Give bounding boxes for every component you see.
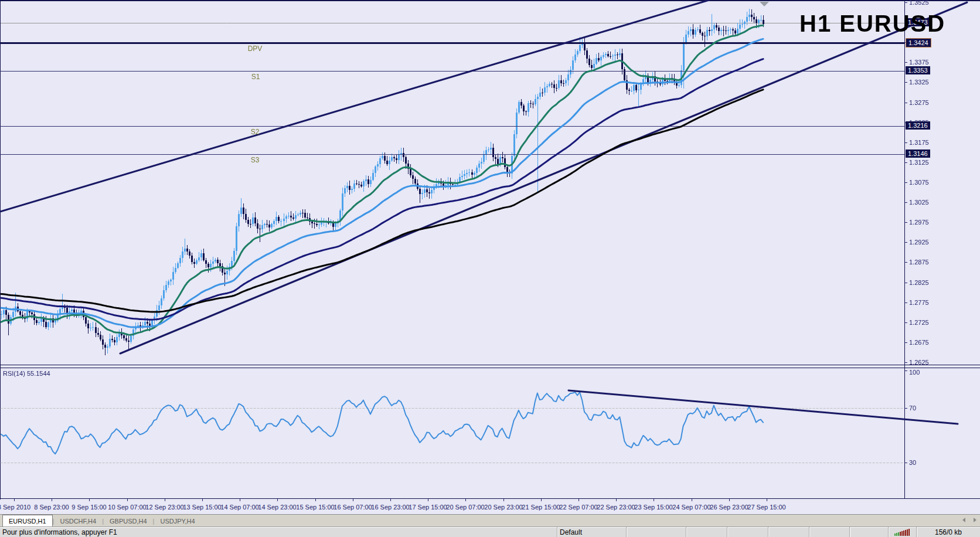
pivot-level-label: S2 [251, 128, 260, 136]
date-axis-label: 20 Sep 23:00 [484, 504, 522, 511]
price-axis-box-label: 1.3353 [906, 66, 930, 74]
price-axis-label: 1.3075 [909, 179, 929, 186]
chart-tab-bar: EURUSD,H1|USDCHF,H4|GBPUSD,H4|USDJPY,H4 [0, 514, 980, 527]
connection-bars-icon [894, 529, 910, 536]
rsi-axis-label: 30 [909, 459, 916, 466]
tab-scroll-arrows [962, 518, 976, 522]
price-axis-label: 1.3125 [909, 159, 929, 166]
pivot-level-label: S3 [251, 156, 260, 164]
date-axis-label: 16 Sep 23:00 [371, 504, 409, 511]
date-axis-label: 14 Sep 07:00 [220, 504, 258, 511]
date-axis-label: 8 Sep 2010 [0, 504, 30, 511]
date-axis-label: 20 Sep 07:00 [446, 504, 484, 511]
status-empty-section [626, 527, 686, 537]
price-axis-label: 1.2675 [909, 339, 929, 346]
date-axis-label: 27 Sep 15:00 [747, 504, 785, 511]
price-axis-label: 1.3325 [909, 79, 929, 86]
pivot-level-label: S1 [251, 73, 260, 81]
status-empty-section [809, 527, 849, 537]
tab-scroll-right-icon[interactable] [974, 518, 976, 522]
status-empty-section [686, 527, 727, 537]
price-axis-box-label: 1.3473 [906, 18, 930, 26]
tab-gbpusd-h4[interactable]: GBPUSD,H4 [104, 516, 153, 527]
date-axis-label: 12 Sep 23:00 [145, 504, 183, 511]
date-axis-label: 14 Sep 23:00 [258, 504, 296, 511]
date-axis-label: 24 Sep 07:00 [672, 504, 710, 511]
rsi-axis-label: 70 [909, 405, 916, 412]
status-empty-section [849, 527, 888, 537]
price-axis-label: 1.2975 [909, 219, 929, 226]
price-axis-box-label: 1.3216 [906, 121, 930, 130]
tab-eurusd-h1[interactable]: EURUSD,H1 [2, 515, 53, 527]
date-axis-label: 21 Sep 15:00 [522, 504, 560, 511]
date-axis-label: 15 Sep 15:00 [296, 504, 334, 511]
tab-usdchf-h4[interactable]: USDCHF,H4 [54, 516, 102, 527]
date-axis-label: 16 Sep 07:00 [334, 504, 372, 511]
date-axis-label: 10 Sep 07:00 [108, 504, 146, 511]
date-axis-label: 17 Sep 15:00 [409, 504, 447, 511]
status-traffic: 156/0 kb [916, 527, 980, 537]
chart-canvas[interactable] [0, 0, 980, 503]
price-axis-label: 1.2825 [909, 279, 929, 286]
date-axis-label: 22 Sep 23:00 [597, 504, 635, 511]
price-axis-label: 1.2875 [909, 259, 929, 266]
rsi-axis-label: 100 [909, 369, 920, 376]
price-axis-label: 1.2625 [909, 359, 929, 366]
price-axis-label: 1.3375 [909, 59, 929, 66]
price-axis-box-label: 1.3424 [906, 38, 931, 47]
status-connection-section [888, 527, 916, 537]
status-empty-section [727, 527, 768, 537]
date-axis-label: 9 Sep 15:00 [72, 504, 106, 511]
status-profile[interactable]: Default [557, 527, 626, 537]
price-axis-box-label: 1.3146 [906, 149, 930, 158]
date-axis-label: 22 Sep 07:00 [559, 504, 597, 511]
status-hint: Pour plus d'informations, appuyer F1 [0, 527, 557, 537]
price-axis-label: 1.2725 [909, 319, 929, 326]
tab-scroll-left-icon[interactable] [962, 518, 965, 522]
tab-usdjpy-h4[interactable]: USDJPY,H4 [154, 516, 200, 527]
date-axis-label: 8 Sep 23:00 [34, 504, 69, 511]
date-axis-label: 13 Sep 15:00 [183, 504, 221, 511]
price-axis-label: 1.2925 [909, 239, 929, 246]
status-empty-section [768, 527, 809, 537]
price-axis-label: 1.2775 [909, 299, 929, 306]
date-axis-label: 23 Sep 15:00 [634, 504, 672, 511]
price-axis-label: 1.3525 [909, 0, 929, 6]
price-axis-label: 1.3275 [909, 99, 929, 106]
date-axis-label: 26 Sep 23:00 [710, 504, 748, 511]
price-axis-label: 1.3025 [909, 199, 929, 206]
pivot-level-label: DPV [248, 45, 263, 53]
status-bar: Pour plus d'informations, appuyer F1 Def… [0, 526, 980, 537]
price-axis-label: 1.3175 [909, 139, 929, 146]
trading-platform-window: H1 EURUSD RSI(14) 55.1544 1.35251.34751.… [0, 0, 980, 537]
